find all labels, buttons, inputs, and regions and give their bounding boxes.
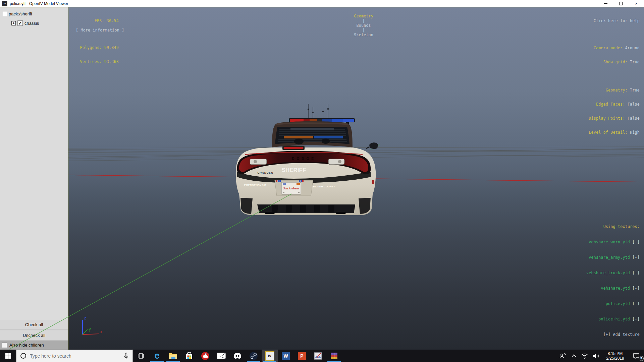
polygons-readout: Polygons: 99,849 <box>75 45 119 50</box>
minimize-button[interactable] <box>598 0 613 7</box>
render-mode-tabs: Geometry | Bounds | Skeleton <box>68 9 644 42</box>
model-tree-sidebar: − pack:/sheriff + ✓ chassis Check all Un… <box>0 7 68 350</box>
also-hide-children-row[interactable]: Also hide children <box>0 341 68 350</box>
restore-button[interactable] <box>613 0 629 7</box>
system-tray: 8:15 PM 2/25/2018 5 <box>557 350 644 362</box>
winrar-icon <box>330 352 338 360</box>
wifi-icon <box>581 353 588 359</box>
check-all-button[interactable]: Check all <box>0 319 68 330</box>
tray-time: 8:15 PM <box>606 351 624 356</box>
tab-bounds[interactable]: Bounds <box>357 23 371 28</box>
texture-remove-button[interactable]: [-] <box>630 255 640 260</box>
tab-skeleton[interactable]: Skeleton <box>354 33 373 37</box>
edge-icon: e <box>154 351 159 360</box>
texture-remove-button[interactable]: [-] <box>630 301 640 306</box>
texture-remove-button[interactable]: [-] <box>630 317 640 321</box>
texture-row: police+hi.ytd [-] <box>586 316 640 322</box>
edged-faces-row[interactable]: Edged Faces: False <box>589 102 640 107</box>
taskbar-mail[interactable] <box>213 350 229 362</box>
taskbar-paint[interactable] <box>310 350 326 362</box>
texture-remove-button[interactable]: [-] <box>630 270 640 275</box>
license-plate: San Andreas <box>275 180 313 196</box>
texture-row: vehshare_worn.ytd [-] <box>586 239 640 245</box>
openiv-icon: IV <box>265 351 274 361</box>
add-texture-button[interactable]: [+] Add texture <box>586 331 640 338</box>
tree-chassis-label[interactable]: chassis <box>24 21 39 26</box>
collapse-icon[interactable]: − <box>3 12 7 16</box>
hidden-icons-button[interactable] <box>569 350 579 362</box>
red-cloud-app-icon <box>201 352 210 360</box>
level-of-detail-row[interactable]: Level of Detail: High <box>589 130 640 135</box>
powerpoint-icon: P <box>298 352 306 360</box>
emergency-911-text: EMERGENCY 911 <box>244 184 267 187</box>
clock[interactable]: 8:15 PM 2/25/2018 <box>602 350 629 362</box>
camera-mode-row[interactable]: Camera mode: Around <box>589 46 640 50</box>
task-view-icon <box>138 353 144 359</box>
word-icon: W <box>282 352 290 360</box>
store-icon <box>185 352 193 360</box>
paint-icon <box>314 352 322 360</box>
taskbar-word[interactable]: W <box>278 350 294 362</box>
tree-node-root[interactable]: − pack:/sheriff <box>3 11 32 16</box>
file-explorer-icon <box>169 352 177 360</box>
tray-date: 2/25/2018 <box>606 356 624 361</box>
taskbar-steam[interactable] <box>246 350 262 362</box>
chassis-checkbox[interactable]: ✓ <box>17 20 23 26</box>
tree-node-chassis[interactable]: + ✓ chassis <box>11 20 39 26</box>
third-brake-light <box>282 146 305 150</box>
display-points-row[interactable]: Display Points: False <box>589 116 640 121</box>
show-grid-row[interactable]: Show grid: True <box>589 60 640 64</box>
task-view-button[interactable] <box>133 350 149 362</box>
close-button[interactable]: × <box>629 0 644 7</box>
vertices-readout: Vertices: 93,368 <box>75 59 119 64</box>
exhaust-left <box>265 212 275 214</box>
search-input[interactable] <box>29 353 124 359</box>
taskbar-winrar[interactable] <box>326 350 342 362</box>
minimize-icon <box>604 3 607 4</box>
antennas <box>308 104 328 119</box>
exhaust-right <box>336 212 346 214</box>
window-title: police.yft - OpenIV Model Viewer <box>10 1 68 6</box>
taskbar-powerpoint[interactable]: P <box>294 350 310 362</box>
taskbar-discord[interactable] <box>229 350 246 362</box>
taskbar-openiv-active[interactable]: IV <box>262 350 278 362</box>
texture-remove-button[interactable]: [-] <box>630 286 640 291</box>
network-button[interactable] <box>579 350 590 362</box>
blaine-county-text: BLAINE COUNTY <box>313 185 335 188</box>
taskbar-store[interactable] <box>181 350 197 362</box>
steam-icon <box>249 352 258 360</box>
restore-icon <box>619 2 623 5</box>
windows-logo-icon <box>5 353 11 359</box>
help-link[interactable]: Click here for help <box>589 18 640 23</box>
texture-remove-button[interactable]: [-] <box>630 240 640 244</box>
tree-root-label[interactable]: pack:/sheriff <box>9 11 32 16</box>
start-button[interactable] <box>0 350 16 362</box>
tab-geometry[interactable]: Geometry <box>354 14 373 18</box>
people-button[interactable] <box>557 350 569 362</box>
settings-block: Click here for help Camera mode: Around … <box>589 9 640 144</box>
uncheck-all-button[interactable]: Uncheck all <box>0 330 68 341</box>
police-car-model[interactable]: DODGE SHERIFF CHARGER EMERGENCY 911 BLAI… <box>222 94 389 221</box>
microphone-icon[interactable] <box>124 353 128 359</box>
cortana-icon[interactable] <box>20 353 26 359</box>
volume-button[interactable] <box>590 350 602 362</box>
also-hide-children-checkbox[interactable] <box>2 343 7 348</box>
app-icon: IV <box>2 1 7 6</box>
also-hide-children-label: Also hide children <box>9 343 44 348</box>
taskbar-file-explorer[interactable] <box>165 350 181 362</box>
make-lettering: DODGE <box>292 157 316 161</box>
model-viewport[interactable]: z y x <box>68 7 644 350</box>
taskbar-search[interactable] <box>16 350 133 362</box>
expand-icon[interactable]: + <box>11 21 16 25</box>
texture-row: vehshare_army.ytd [-] <box>586 254 640 260</box>
axis-x-label: x <box>100 329 102 334</box>
taskbar-edge[interactable]: e <box>149 350 165 362</box>
side-marker-light <box>372 180 374 184</box>
geometry-toggle-row[interactable]: Geometry: True <box>589 88 640 93</box>
close-icon: × <box>635 1 638 6</box>
taskbar-red-app[interactable] <box>197 350 213 362</box>
textures-title: Using textures: <box>586 224 640 230</box>
action-center-button[interactable]: 5 <box>629 350 644 362</box>
interior-lightbar-blue <box>314 136 343 138</box>
window-titlebar: IV police.yft - OpenIV Model Viewer × <box>0 0 644 7</box>
